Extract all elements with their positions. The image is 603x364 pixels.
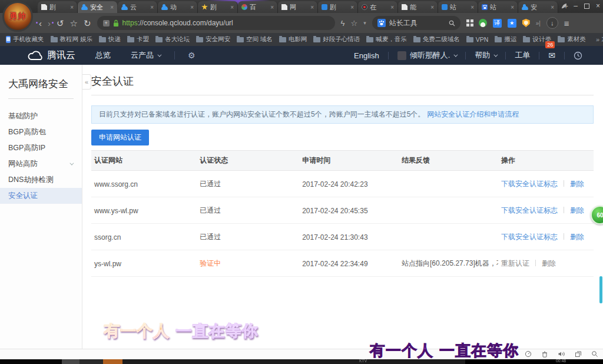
notice-link[interactable]: 网站安全认证介绍和申请流程	[427, 110, 519, 118]
minimize-icon[interactable]: –	[574, 3, 578, 9]
browser-tab[interactable]: 站 ×	[438, 1, 478, 13]
browser-tab[interactable]: 在 ×	[358, 1, 398, 13]
timer-icon[interactable]	[525, 350, 532, 358]
tab-close-icon[interactable]: ×	[110, 4, 114, 11]
bookmark-item[interactable]: 搬运	[495, 35, 516, 44]
tab-close-icon[interactable]: ×	[350, 4, 354, 11]
primary-action-link[interactable]: 重新认证	[501, 259, 529, 267]
bookmarks-overflow-icon[interactable]: »	[591, 33, 599, 46]
bookmark-item[interactable]: 免费二级域名	[413, 35, 460, 44]
back-icon[interactable]: ‹	[39, 19, 42, 28]
delete-link[interactable]: 删除	[570, 206, 584, 214]
shield-extension-icon[interactable]	[522, 19, 530, 27]
nav-products[interactable]: 云产品	[131, 50, 160, 61]
browser-tab[interactable]: 站 ×	[478, 1, 518, 13]
tab-close-icon[interactable]: ×	[551, 4, 554, 11]
theme-icon[interactable]	[561, 3, 567, 9]
sidebar-item[interactable]: 基础防护	[0, 108, 82, 124]
primary-action-link[interactable]: 下载安全认证标志	[501, 180, 558, 188]
flash-bolt-icon[interactable]: ϟ	[341, 19, 345, 27]
delete-link[interactable]: 删除	[570, 233, 584, 241]
browser-tab[interactable]: 网 ×	[278, 1, 318, 13]
restore-icon[interactable]	[584, 4, 589, 9]
bookmark-item[interactable]: 电影网	[279, 35, 307, 44]
extension-overflow-icon[interactable]: »|	[536, 20, 541, 27]
tab-close-icon[interactable]: ×	[150, 4, 154, 11]
bookmark-item[interactable]: 手机收藏夹	[6, 35, 44, 44]
download-icon[interactable]: ↓	[546, 17, 558, 29]
browser-tab[interactable]: 能 ×	[398, 1, 438, 13]
sidebar-collapse-button[interactable]: «	[82, 74, 91, 90]
apply-cert-button[interactable]: 申请网站认证	[91, 130, 149, 145]
bookmark-item[interactable]: 各大论坛	[155, 35, 190, 44]
browser-tab[interactable]: 剧 ×	[318, 1, 358, 13]
bookmark-item[interactable]: 空间 域名	[237, 35, 273, 44]
reload-icon[interactable]: ↻	[84, 19, 91, 28]
sidebar-item[interactable]: 安全认证	[0, 188, 82, 204]
primary-action-link[interactable]: 下载安全认证标志	[501, 206, 558, 214]
browser-tab[interactable]: 百 ×	[238, 1, 278, 13]
window-icon[interactable]	[575, 350, 582, 358]
sidebar-item[interactable]: DNS劫持检测	[0, 172, 82, 188]
sidebar-item[interactable]: 网站高防	[0, 156, 82, 172]
bookmark-item[interactable]: 快递	[99, 35, 121, 44]
tab-close-icon[interactable]: ×	[511, 4, 514, 11]
search-box[interactable]: 站长工具	[372, 16, 460, 30]
mushroom-extension-icon[interactable]	[479, 19, 487, 27]
translate-extension-icon[interactable]: 译	[493, 19, 502, 28]
site-extension-icon[interactable]: +	[103, 20, 110, 27]
account-menu[interactable]: 倾听那醉人.	[389, 46, 466, 65]
tab-close-icon[interactable]: ×	[270, 4, 274, 11]
sidebar-item[interactable]: BGP高防包	[0, 124, 82, 140]
undo-icon[interactable]: ↺	[57, 19, 64, 28]
volume-icon[interactable]	[558, 350, 565, 358]
bookmark-item[interactable]: 喊麦，音乐	[366, 35, 407, 44]
help-menu[interactable]: 帮助	[466, 46, 505, 65]
tab-close-icon[interactable]: ×	[310, 4, 314, 11]
search-icon[interactable]	[449, 20, 455, 27]
apps-grid-icon[interactable]	[466, 19, 469, 22]
primary-action-link[interactable]: 下载安全认证标志	[501, 233, 558, 241]
tab-close-icon[interactable]: ×	[230, 4, 234, 11]
forward-icon[interactable]: ›	[48, 19, 51, 28]
favorites-dropdown-icon[interactable]: ▾	[363, 20, 366, 26]
magnifier-icon[interactable]	[591, 350, 598, 358]
close-icon[interactable]: ×	[596, 2, 600, 10]
browser-profile-avatar[interactable]: 勇帅	[2, 1, 33, 32]
menu-icon[interactable]: ≡	[564, 18, 569, 28]
browser-tab[interactable]: 云 ×	[118, 1, 158, 13]
history-button[interactable]	[565, 46, 591, 65]
tab-close-icon[interactable]: ×	[471, 4, 474, 11]
address-bar[interactable]: + https://console.qcloud.com/dayu/url	[97, 16, 335, 30]
progress-segment[interactable]	[103, 359, 122, 364]
bookmark-item[interactable]: 素材类	[558, 35, 586, 44]
tab-close-icon[interactable]: ×	[390, 4, 394, 11]
trash-icon[interactable]	[541, 350, 548, 358]
favorites-extension-icon[interactable]: ★	[508, 19, 516, 28]
messages-button[interactable]: ✉ 26	[539, 46, 564, 65]
browser-tab[interactable]: 安 ×	[518, 1, 558, 13]
tab-close-icon[interactable]: ×	[70, 4, 74, 11]
browser-tab[interactable]: 剧 ×	[198, 1, 238, 13]
bookmark-item[interactable]: 教程网 娱乐	[51, 35, 92, 44]
tencent-cloud-logo[interactable]: 腾讯云	[27, 49, 75, 62]
search-input[interactable]: 站长工具	[389, 18, 445, 28]
bookmark-item[interactable]: VPN	[466, 36, 489, 43]
sidebar-item[interactable]: BGP高防IP	[0, 140, 82, 156]
favorite-star-icon[interactable]: ☆	[70, 19, 78, 28]
gear-icon[interactable]: ⚙	[188, 51, 196, 60]
language-switch[interactable]: English	[345, 46, 388, 65]
delete-link[interactable]: 删除	[570, 180, 584, 188]
bookmark-item[interactable]: 好段子心情语	[313, 35, 360, 44]
delete-link[interactable]: 删除	[542, 259, 556, 267]
ticket-link[interactable]: 工单	[506, 46, 539, 65]
bookmark-item[interactable]: 安全网安	[196, 35, 230, 44]
scrollbar-thumb[interactable]	[599, 276, 602, 303]
browser-tab[interactable]: 动 ×	[158, 1, 198, 13]
browser-tab[interactable]: 安全 ×	[78, 1, 118, 13]
bookmark-item[interactable]: 卡盟	[127, 35, 149, 44]
browser-tab[interactable]: 剧 ×	[38, 1, 78, 13]
bookmark-star-icon[interactable]: ☆	[351, 19, 358, 27]
nav-overview[interactable]: 总览	[95, 50, 111, 61]
tab-close-icon[interactable]: ×	[430, 4, 434, 11]
